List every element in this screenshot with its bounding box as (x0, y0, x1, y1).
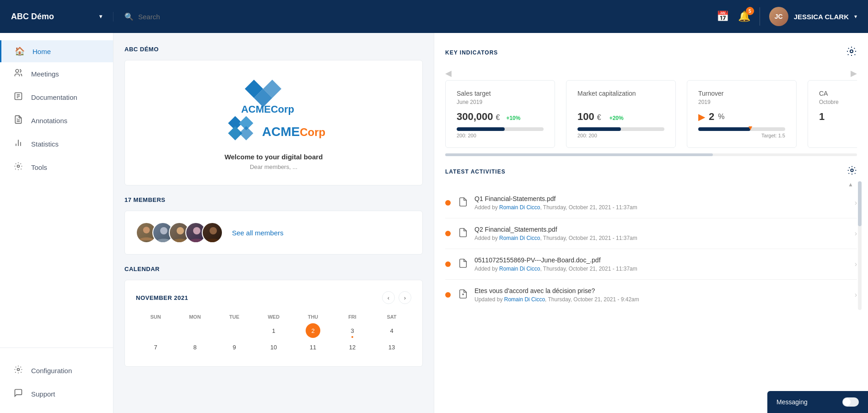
indicator-value-row: 1 (819, 111, 857, 123)
sidebar-label-meetings: Meetings (31, 70, 59, 78)
member-avatars (136, 222, 223, 243)
activity-meta: Added by Romain Di Cicco, Thursday, Octo… (474, 235, 849, 241)
svg-point-11 (17, 369, 20, 371)
svg-point-19 (193, 227, 200, 234)
messaging-label: Messaging (776, 398, 808, 406)
indicator-market-cap: Market capitalization 100 € +20% 200: 20… (566, 80, 676, 148)
annotations-icon (13, 115, 24, 126)
search-icon: 🔍 (124, 12, 134, 21)
member-avatar-5 (202, 222, 223, 243)
sidebar-item-documentation[interactable]: Documentation (0, 86, 113, 109)
sidebar-item-meetings[interactable]: Meetings (0, 62, 113, 86)
indicator-value-row: 300,000 € +10% (457, 111, 544, 123)
scroll-left-icon[interactable]: ◀ (445, 68, 452, 78)
svg-point-22 (851, 169, 853, 172)
search-input[interactable] (138, 13, 275, 21)
activity-item-2[interactable]: Q2 Financial_Statements.pdf Added by Rom… (445, 218, 857, 249)
activity-item-4[interactable]: Etes vous d'accord avec la décision pris… (445, 280, 857, 310)
scroll-thumb (445, 153, 713, 156)
svg-point-10 (17, 165, 20, 168)
activity-title: Etes vous d'accord avec la décision pris… (474, 287, 849, 294)
indicator-date: Octobre (819, 99, 857, 105)
sidebar-item-configuration[interactable]: Configuration (0, 359, 113, 382)
sidebar-item-tools[interactable]: Tools (0, 156, 113, 179)
brand-area[interactable]: ABC Démo ▾ (0, 12, 113, 22)
cal-cell[interactable]: 11 (293, 339, 333, 355)
svg-text:ACMECorp: ACMECorp (241, 103, 294, 115)
messaging-toggle-knob (843, 398, 851, 406)
cal-cell[interactable]: 8 (175, 339, 215, 355)
sidebar-item-support[interactable]: Support (0, 382, 113, 406)
cal-cell[interactable]: 4 (372, 322, 411, 339)
indicator-title: Market capitalization (577, 90, 664, 97)
notification-bell[interactable]: 🔔 5 (738, 11, 750, 22)
calendar-card: NOVEMBER 2021 ‹ › SUN MON TUE WED THU FR… (124, 280, 423, 367)
brand-name: ABC Démo (11, 12, 54, 22)
file-icon (458, 197, 468, 209)
cal-cell[interactable]: 9 (215, 339, 254, 355)
unread-dot (445, 200, 451, 206)
svg-point-17 (160, 227, 167, 234)
cal-cell[interactable] (136, 322, 175, 339)
messaging-toggle[interactable] (842, 397, 859, 407)
home-icon: 🏠 (14, 46, 25, 56)
brand-chevron-icon[interactable]: ▾ (99, 13, 102, 20)
turnover-target: Target: 1.5 (698, 133, 785, 138)
activities-settings-icon[interactable] (847, 165, 857, 178)
cal-cell[interactable]: 12 (333, 339, 372, 355)
cal-cell[interactable]: 10 (254, 339, 293, 355)
scroll-up-arrow[interactable]: ▲ (445, 181, 853, 188)
unread-dot (445, 292, 451, 298)
sidebar-bottom: Configuration Support (0, 352, 113, 413)
cal-cell[interactable]: 7 (136, 339, 175, 355)
calendar-day-headers: SUN MON TUE WED THU FRI SAT (136, 311, 411, 322)
activities-header: LATEST ACTIVITIES (445, 165, 857, 178)
sidebar-label-statistics: Statistics (31, 140, 59, 148)
indicator-value-row: ▶ 2 % (698, 111, 785, 123)
messaging-widget: Messaging (767, 391, 868, 413)
key-indicators-header: KEY INDICATORS (445, 46, 857, 59)
sidebar-item-statistics[interactable]: Statistics (0, 132, 113, 156)
vertical-scrollbar[interactable] (858, 181, 862, 310)
vertical-scroll-thumb (858, 181, 862, 226)
activity-content: Q2 Financial_Statements.pdf Added by Rom… (474, 226, 849, 241)
indicator-unit: % (718, 113, 724, 121)
indicator-value: 100 (577, 111, 594, 123)
sidebar-item-home[interactable]: 🏠 Home (0, 40, 113, 62)
play-icon: ▶ (698, 111, 705, 122)
calendar-icon[interactable]: 📅 (717, 11, 729, 22)
cal-cell[interactable]: 3 (333, 322, 372, 339)
acme-logo: ACMECorp ACMECorp (222, 75, 325, 146)
calendar-prev-btn[interactable]: ‹ (382, 291, 395, 304)
calendar-next-btn[interactable]: › (399, 291, 411, 304)
activity-chevron-icon: › (855, 229, 857, 238)
header: ABC Démo ▾ 🔍 📅 🔔 5 JC JESSICA CLARK ▾ (0, 0, 868, 33)
activity-title: Q1 Financial-Statements.pdf (474, 195, 849, 202)
tools-icon (13, 162, 24, 173)
sidebar-item-annotations[interactable]: Annotations (0, 109, 113, 132)
activity-author: Romain Di Cicco (499, 235, 540, 241)
scroll-track[interactable] (445, 153, 857, 156)
scroll-right-icon[interactable]: ▶ (851, 68, 857, 78)
svg-point-21 (850, 50, 853, 53)
cal-cell[interactable] (215, 322, 254, 339)
activity-chevron-icon: › (855, 260, 857, 268)
activity-title: Q2 Financial_Statements.pdf (474, 226, 849, 233)
activity-item-3[interactable]: 05110725155869-PV---June-Board.doc_.pdf … (445, 249, 857, 280)
sidebar-divider (0, 348, 113, 348)
cal-cell-today[interactable]: 2 (306, 323, 320, 338)
welcome-subtitle: Dear members, ... (250, 163, 297, 170)
user-menu[interactable]: JC JESSICA CLARK ▾ (769, 7, 857, 26)
see-all-members-link[interactable]: See all members (232, 229, 284, 237)
sidebar-nav: 🏠 Home Meetings Documentation Annotation… (0, 33, 113, 344)
sidebar-label-configuration: Configuration (31, 367, 72, 375)
day-wed: WED (254, 311, 293, 322)
key-indicators-settings-icon[interactable] (846, 46, 857, 59)
cal-cell[interactable]: 1 (254, 322, 293, 339)
calendar-month: NOVEMBER 2021 (136, 294, 188, 301)
cal-cell[interactable]: 13 (372, 339, 411, 355)
unread-dot (445, 231, 451, 236)
activity-item-1[interactable]: Q1 Financial-Statements.pdf Added by Rom… (445, 188, 857, 218)
support-icon (13, 388, 24, 400)
cal-cell[interactable] (175, 322, 215, 339)
